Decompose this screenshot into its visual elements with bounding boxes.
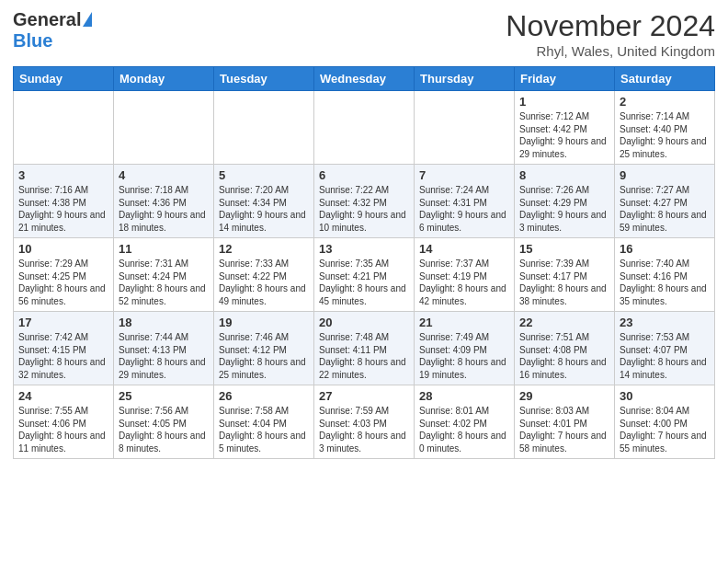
col-wednesday: Wednesday (314, 67, 415, 91)
day-info: Sunrise: 7:27 AM Sunset: 4:27 PM Dayligh… (620, 184, 710, 234)
table-row (114, 91, 214, 165)
calendar-header-row: Sunday Monday Tuesday Wednesday Thursday… (14, 67, 715, 91)
table-row: 2Sunrise: 7:14 AM Sunset: 4:40 PM Daylig… (615, 91, 715, 165)
day-info: Sunrise: 7:40 AM Sunset: 4:16 PM Dayligh… (620, 258, 710, 307)
day-number: 21 (419, 316, 509, 329)
table-row: 6Sunrise: 7:22 AM Sunset: 4:32 PM Daylig… (314, 165, 415, 238)
day-number: 1 (519, 95, 609, 109)
day-info: Sunrise: 8:03 AM Sunset: 4:01 PM Dayligh… (519, 405, 609, 454)
day-info: Sunrise: 7:48 AM Sunset: 4:11 PM Dayligh… (319, 331, 409, 381)
day-number: 22 (519, 316, 609, 329)
day-info: Sunrise: 7:44 AM Sunset: 4:13 PM Dayligh… (119, 331, 209, 381)
day-number: 5 (219, 168, 309, 182)
table-row (314, 91, 415, 165)
table-row (214, 91, 314, 165)
col-saturday: Saturday (615, 67, 715, 91)
day-info: Sunrise: 7:39 AM Sunset: 4:17 PM Dayligh… (519, 258, 609, 307)
table-row: 14Sunrise: 7:37 AM Sunset: 4:19 PM Dayli… (415, 238, 515, 312)
day-number: 10 (18, 242, 108, 256)
day-number: 28 (419, 389, 509, 403)
day-info: Sunrise: 7:42 AM Sunset: 4:15 PM Dayligh… (18, 331, 108, 381)
day-info: Sunrise: 7:33 AM Sunset: 4:22 PM Dayligh… (219, 258, 309, 307)
table-row: 22Sunrise: 7:51 AM Sunset: 4:08 PM Dayli… (515, 312, 615, 385)
col-thursday: Thursday (415, 67, 515, 91)
day-number: 26 (219, 389, 309, 403)
table-row (14, 91, 114, 165)
calendar-week-5: 24Sunrise: 7:55 AM Sunset: 4:06 PM Dayli… (14, 385, 715, 459)
day-number: 25 (119, 389, 209, 403)
day-number: 30 (620, 389, 710, 403)
col-monday: Monday (114, 67, 214, 91)
day-number: 11 (119, 242, 209, 256)
table-row: 28Sunrise: 8:01 AM Sunset: 4:02 PM Dayli… (415, 385, 515, 459)
day-number: 24 (18, 389, 108, 403)
table-row: 20Sunrise: 7:48 AM Sunset: 4:11 PM Dayli… (314, 312, 415, 385)
day-number: 3 (18, 168, 108, 182)
table-row: 25Sunrise: 7:56 AM Sunset: 4:05 PM Dayli… (114, 385, 214, 459)
day-info: Sunrise: 7:16 AM Sunset: 4:38 PM Dayligh… (18, 184, 108, 234)
table-row: 18Sunrise: 7:44 AM Sunset: 4:13 PM Dayli… (114, 312, 214, 385)
table-row: 15Sunrise: 7:39 AM Sunset: 4:17 PM Dayli… (515, 238, 615, 312)
calendar-week-2: 3Sunrise: 7:16 AM Sunset: 4:38 PM Daylig… (14, 165, 715, 238)
day-number: 4 (119, 168, 209, 182)
col-tuesday: Tuesday (214, 67, 314, 91)
table-row: 13Sunrise: 7:35 AM Sunset: 4:21 PM Dayli… (314, 238, 415, 312)
day-info: Sunrise: 7:46 AM Sunset: 4:12 PM Dayligh… (219, 331, 309, 381)
table-row: 21Sunrise: 7:49 AM Sunset: 4:09 PM Dayli… (415, 312, 515, 385)
location: Rhyl, Wales, United Kingdom (506, 43, 715, 59)
day-info: Sunrise: 8:01 AM Sunset: 4:02 PM Dayligh… (419, 405, 509, 454)
logo-blue-text: Blue (13, 30, 52, 52)
day-number: 17 (18, 316, 108, 329)
table-row: 23Sunrise: 7:53 AM Sunset: 4:07 PM Dayli… (615, 312, 715, 385)
day-number: 27 (319, 389, 409, 403)
table-row: 30Sunrise: 8:04 AM Sunset: 4:00 PM Dayli… (615, 385, 715, 459)
day-number: 18 (119, 316, 209, 329)
day-number: 13 (319, 242, 409, 256)
calendar-table: Sunday Monday Tuesday Wednesday Thursday… (13, 66, 715, 459)
table-row: 1Sunrise: 7:12 AM Sunset: 4:42 PM Daylig… (515, 91, 615, 165)
day-number: 15 (519, 242, 609, 256)
table-row: 26Sunrise: 7:58 AM Sunset: 4:04 PM Dayli… (214, 385, 314, 459)
day-info: Sunrise: 7:22 AM Sunset: 4:32 PM Dayligh… (319, 184, 409, 234)
day-info: Sunrise: 7:12 AM Sunset: 4:42 PM Dayligh… (519, 110, 609, 160)
table-row: 24Sunrise: 7:55 AM Sunset: 4:06 PM Dayli… (14, 385, 114, 459)
day-info: Sunrise: 7:37 AM Sunset: 4:19 PM Dayligh… (419, 258, 509, 307)
day-info: Sunrise: 7:56 AM Sunset: 4:05 PM Dayligh… (119, 405, 209, 454)
logo: General Blue (13, 9, 92, 52)
day-info: Sunrise: 7:29 AM Sunset: 4:25 PM Dayligh… (18, 258, 108, 307)
day-info: Sunrise: 7:58 AM Sunset: 4:04 PM Dayligh… (219, 405, 309, 454)
day-info: Sunrise: 7:49 AM Sunset: 4:09 PM Dayligh… (419, 331, 509, 381)
day-number: 20 (319, 316, 409, 329)
col-sunday: Sunday (14, 67, 114, 91)
table-row: 12Sunrise: 7:33 AM Sunset: 4:22 PM Dayli… (214, 238, 314, 312)
table-row: 9Sunrise: 7:27 AM Sunset: 4:27 PM Daylig… (615, 165, 715, 238)
logo-triangle-icon (83, 12, 92, 27)
table-row: 11Sunrise: 7:31 AM Sunset: 4:24 PM Dayli… (114, 238, 214, 312)
day-info: Sunrise: 7:51 AM Sunset: 4:08 PM Dayligh… (519, 331, 609, 381)
day-number: 8 (519, 168, 609, 182)
day-number: 23 (620, 316, 710, 329)
table-row: 27Sunrise: 7:59 AM Sunset: 4:03 PM Dayli… (314, 385, 415, 459)
day-info: Sunrise: 7:31 AM Sunset: 4:24 PM Dayligh… (119, 258, 209, 307)
day-info: Sunrise: 7:59 AM Sunset: 4:03 PM Dayligh… (319, 405, 409, 454)
day-number: 2 (620, 95, 710, 109)
day-info: Sunrise: 7:55 AM Sunset: 4:06 PM Dayligh… (18, 405, 108, 454)
day-number: 19 (219, 316, 309, 329)
table-row (415, 91, 515, 165)
day-number: 16 (620, 242, 710, 256)
calendar-week-3: 10Sunrise: 7:29 AM Sunset: 4:25 PM Dayli… (14, 238, 715, 312)
table-row: 16Sunrise: 7:40 AM Sunset: 4:16 PM Dayli… (615, 238, 715, 312)
header: General Blue November 2024 Rhyl, Wales, … (13, 9, 715, 59)
table-row: 17Sunrise: 7:42 AM Sunset: 4:15 PM Dayli… (14, 312, 114, 385)
table-row: 29Sunrise: 8:03 AM Sunset: 4:01 PM Dayli… (515, 385, 615, 459)
col-friday: Friday (515, 67, 615, 91)
day-number: 12 (219, 242, 309, 256)
calendar-week-1: 1Sunrise: 7:12 AM Sunset: 4:42 PM Daylig… (14, 91, 715, 165)
title-section: November 2024 Rhyl, Wales, United Kingdo… (506, 9, 715, 59)
day-number: 29 (519, 389, 609, 403)
day-info: Sunrise: 8:04 AM Sunset: 4:00 PM Dayligh… (620, 405, 710, 454)
calendar-week-4: 17Sunrise: 7:42 AM Sunset: 4:15 PM Dayli… (14, 312, 715, 385)
table-row: 7Sunrise: 7:24 AM Sunset: 4:31 PM Daylig… (415, 165, 515, 238)
logo-general-text: General (13, 9, 81, 30)
day-number: 7 (419, 168, 509, 182)
